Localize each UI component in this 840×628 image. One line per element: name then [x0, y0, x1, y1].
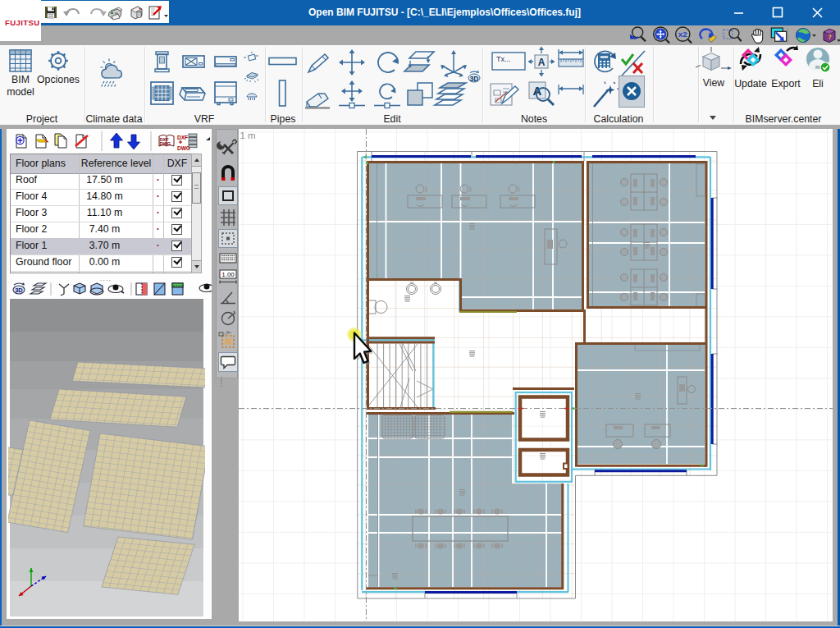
svg-text:A: A	[538, 57, 546, 68]
svg-text:1.00: 1.00	[221, 271, 235, 278]
svg-text:1 m: 1 m	[240, 131, 256, 140]
svg-text:3D: 3D	[470, 75, 479, 83]
svg-text:?: ?	[828, 33, 832, 41]
svg-text:Tx...: Tx...	[496, 55, 511, 63]
svg-text:DWG: DWG	[160, 141, 171, 146]
svg-text:3D: 3D	[15, 286, 23, 294]
svg-text:DWG: DWG	[177, 145, 190, 151]
svg-text:x2: x2	[678, 30, 687, 39]
svg-text:DXF: DXF	[177, 135, 188, 140]
